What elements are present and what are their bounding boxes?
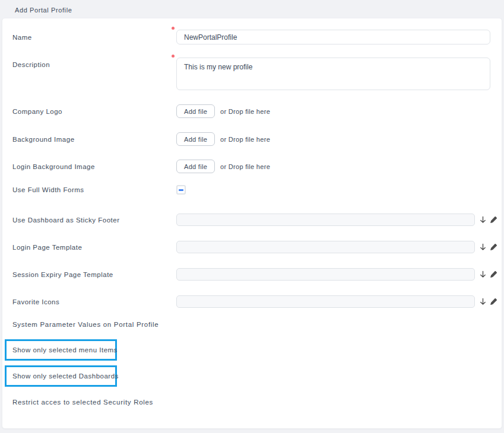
login-page-template-select[interactable] xyxy=(176,241,475,253)
down-arrow-icon[interactable] xyxy=(479,216,487,224)
pencil-icon[interactable] xyxy=(490,298,497,305)
name-label: Name xyxy=(12,34,176,41)
full-width-forms-checkbox[interactable] xyxy=(176,185,186,195)
login-page-template-label: Login Page Template xyxy=(12,244,176,251)
form-row-login-background-image: Login Background Image Add file or Drop … xyxy=(12,160,490,173)
down-arrow-icon[interactable] xyxy=(479,243,487,251)
session-expiry-template-select[interactable] xyxy=(176,268,475,281)
form-row-sticky-footer: Use Dashboard as Sticky Footer xyxy=(12,214,490,226)
pencil-icon[interactable] xyxy=(490,270,497,278)
form-row-company-logo: Company Logo Add file or Drop file here xyxy=(12,104,490,118)
session-expiry-template-label: Session Expiry Page Template xyxy=(12,271,176,278)
login-background-image-add-file-button[interactable]: Add file xyxy=(176,160,215,173)
form-card: Name Description This is my new profile … xyxy=(2,18,502,429)
show-only-selected-dashboards-label: Show only selected Dashboards xyxy=(12,372,119,380)
form-row-session-expiry-template: Session Expiry Page Template xyxy=(12,268,490,281)
sticky-footer-select[interactable] xyxy=(176,214,475,226)
login-background-image-label: Login Background Image xyxy=(12,163,176,170)
background-image-drop-hint: or Drop file here xyxy=(220,136,270,143)
indeterminate-dash-icon xyxy=(179,189,183,191)
company-logo-drop-hint: or Drop file here xyxy=(220,108,270,115)
sticky-footer-label: Use Dashboard as Sticky Footer xyxy=(12,216,176,224)
pencil-icon[interactable] xyxy=(490,243,497,251)
background-image-label: Background Image xyxy=(12,136,176,143)
system-parameter-section-header: System Parameter Values on Portal Profil… xyxy=(12,321,490,328)
company-logo-add-file-button[interactable]: Add file xyxy=(176,104,215,118)
favorite-icons-select[interactable] xyxy=(176,295,475,308)
description-label: Description xyxy=(12,61,176,68)
form-row-description: Description This is my new profile xyxy=(12,58,490,90)
restrict-security-roles-label: Restrict acces to selected Security Role… xyxy=(12,399,490,406)
show-only-selected-dashboards-row[interactable]: Show only selected Dashboards xyxy=(5,365,117,387)
form-row-name: Name xyxy=(12,30,490,44)
favorite-icons-label: Favorite Icons xyxy=(12,298,176,305)
form-row-favorite-icons: Favorite Icons xyxy=(12,295,490,308)
required-asterisk-icon xyxy=(172,55,175,58)
form-row-full-width-forms: Use Full Width Forms xyxy=(12,185,490,195)
show-only-selected-menu-items-row[interactable]: Show only selected menu Items xyxy=(5,339,117,361)
login-background-image-drop-hint: or Drop file here xyxy=(220,163,270,170)
required-asterisk-icon xyxy=(172,27,175,30)
description-textarea[interactable]: This is my new profile xyxy=(176,58,490,90)
full-width-forms-label: Use Full Width Forms xyxy=(12,186,176,193)
company-logo-label: Company Logo xyxy=(12,108,176,115)
page-title: Add Portal Profile xyxy=(15,7,72,14)
down-arrow-icon[interactable] xyxy=(479,270,487,278)
show-only-selected-menu-items-label: Show only selected menu Items xyxy=(12,346,118,354)
form-row-background-image: Background Image Add file or Drop file h… xyxy=(12,132,490,146)
pencil-icon[interactable] xyxy=(490,216,497,224)
background-image-add-file-button[interactable]: Add file xyxy=(176,132,215,146)
down-arrow-icon[interactable] xyxy=(479,298,487,305)
form-row-login-page-template: Login Page Template xyxy=(12,241,490,253)
name-input[interactable] xyxy=(176,30,490,44)
page-header: Add Portal Profile xyxy=(0,0,504,17)
